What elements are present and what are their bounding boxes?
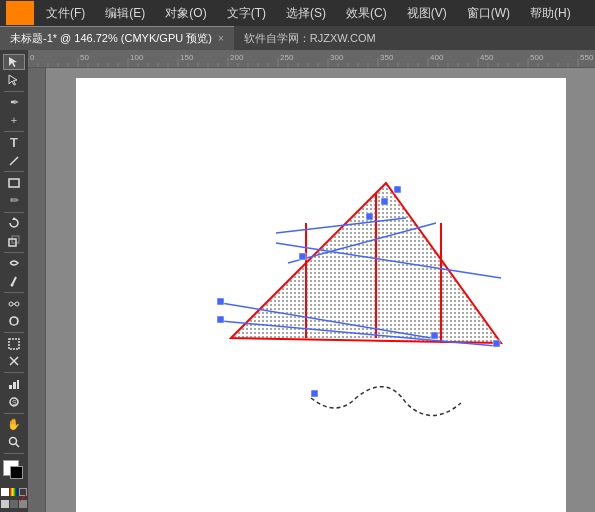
menu-item[interactable]: 窗口(W) <box>463 3 514 24</box>
svg-text:350: 350 <box>380 53 394 62</box>
menu-item[interactable]: 编辑(E) <box>101 3 149 24</box>
svg-rect-110 <box>394 186 401 193</box>
svg-rect-104 <box>217 298 224 305</box>
pen-tool[interactable]: ✒ <box>3 95 25 111</box>
svg-rect-107 <box>493 340 500 347</box>
title-bar: 文件(F)编辑(E)对象(O)文字(T)选择(S)效果(C)视图(V)窗口(W)… <box>0 0 595 26</box>
svg-rect-12 <box>9 339 19 349</box>
svg-line-21 <box>16 443 20 447</box>
svg-line-22 <box>20 495 26 501</box>
type-tool[interactable]: T <box>3 135 25 151</box>
svg-point-20 <box>10 437 17 444</box>
slice-tool[interactable] <box>3 354 25 370</box>
menu-bar[interactable]: 文件(F)编辑(E)对象(O)文字(T)选择(S)效果(C)视图(V)窗口(W)… <box>42 3 575 24</box>
menu-item[interactable]: 效果(C) <box>342 3 391 24</box>
menu-item[interactable]: 选择(S) <box>282 3 330 24</box>
svg-rect-17 <box>17 380 19 389</box>
scale-tool[interactable] <box>3 233 25 249</box>
svg-point-10 <box>15 302 19 306</box>
svg-rect-3 <box>9 179 19 187</box>
art-canvas[interactable] <box>46 68 595 512</box>
normal-draw-button[interactable] <box>1 500 9 508</box>
rectangle-tool[interactable] <box>3 175 25 191</box>
svg-text:550: 550 <box>580 53 594 62</box>
main-layout: ✒ + T ✏ <box>0 50 595 512</box>
menu-item[interactable]: 帮助(H) <box>526 3 575 24</box>
svg-rect-106 <box>431 332 438 339</box>
tab-bar: 未标题-1* @ 146.72% (CMYK/GPU 预览) × 软件自学网：R… <box>0 26 595 50</box>
none-mode-button[interactable] <box>19 488 27 496</box>
svg-text:150: 150 <box>180 53 194 62</box>
svg-line-2 <box>10 157 18 165</box>
svg-rect-111 <box>299 253 306 260</box>
svg-text:400: 400 <box>430 53 444 62</box>
svg-point-9 <box>9 302 13 306</box>
svg-text:450: 450 <box>480 53 494 62</box>
blend-tool[interactable] <box>3 296 25 312</box>
ruler-left <box>28 68 46 512</box>
svg-text:0: 0 <box>30 53 35 62</box>
tab-close-button[interactable]: × <box>218 33 224 44</box>
menu-item[interactable]: 文字(T) <box>223 3 270 24</box>
svg-text:S: S <box>12 399 17 406</box>
svg-rect-16 <box>13 382 16 389</box>
graph-tool[interactable] <box>3 376 25 392</box>
menu-item[interactable]: 视图(V) <box>403 3 451 24</box>
hand-tool[interactable]: ✋ <box>3 416 25 432</box>
svg-text:250: 250 <box>280 53 294 62</box>
swatch-mode-buttons <box>1 488 27 496</box>
stroke-swatch[interactable] <box>10 466 23 479</box>
menu-item[interactable]: 对象(O) <box>161 3 210 24</box>
menu-item[interactable]: 文件(F) <box>42 3 89 24</box>
color-swatch-area <box>1 460 27 486</box>
symbol-tool[interactable]: S <box>3 394 25 410</box>
svg-rect-23 <box>28 50 595 68</box>
lasso-tool[interactable] <box>3 313 25 329</box>
select-tool[interactable] <box>3 54 25 70</box>
zoom-tool[interactable] <box>3 434 25 450</box>
canvas-area[interactable]: 050100150200250300350400450500550 <box>28 50 595 512</box>
tab-label: 未标题-1* @ 146.72% (CMYK/GPU 预览) <box>10 31 212 46</box>
svg-rect-109 <box>381 198 388 205</box>
app-logo <box>6 1 34 25</box>
artboard-tool[interactable] <box>3 336 25 352</box>
eyedropper-tool[interactable] <box>3 273 25 289</box>
svg-rect-108 <box>366 213 373 220</box>
svg-marker-1 <box>9 75 17 85</box>
color-mode-button[interactable] <box>1 488 9 496</box>
tab-website-label: 软件自学网：RJZXW.COM <box>244 31 376 46</box>
svg-point-8 <box>11 284 14 287</box>
svg-rect-15 <box>9 385 12 389</box>
anchor-tool[interactable]: + <box>3 112 25 128</box>
svg-rect-112 <box>311 390 318 397</box>
svg-text:200: 200 <box>230 53 244 62</box>
svg-text:50: 50 <box>80 53 89 62</box>
paintbrush-tool[interactable]: ✏ <box>3 193 25 209</box>
ruler-top: 050100150200250300350400450500550 <box>28 50 595 68</box>
direct-select-tool[interactable] <box>3 72 25 88</box>
rotate-tool[interactable] <box>3 215 25 231</box>
svg-rect-105 <box>217 316 224 323</box>
gradient-mode-button[interactable] <box>10 488 18 496</box>
line-tool[interactable] <box>3 153 25 169</box>
svg-marker-0 <box>9 57 17 67</box>
svg-text:100: 100 <box>130 53 144 62</box>
left-toolbar: ✒ + T ✏ <box>0 50 28 512</box>
warp-tool[interactable] <box>3 256 25 272</box>
svg-text:500: 500 <box>530 53 544 62</box>
draw-behind-button[interactable] <box>10 500 18 508</box>
active-tab[interactable]: 未标题-1* @ 146.72% (CMYK/GPU 预览) × <box>0 26 234 50</box>
svg-text:300: 300 <box>330 53 344 62</box>
